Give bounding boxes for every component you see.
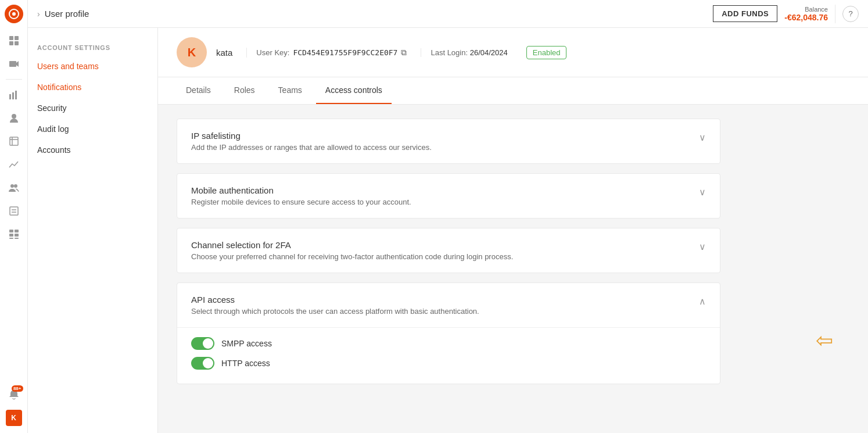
smpp-access-toggle[interactable] (191, 337, 214, 350)
nav-icon-campaigns[interactable] (3, 53, 24, 74)
add-funds-button[interactable]: ADD FUNDS (713, 5, 777, 22)
accordion-mobile-authentication: Mobile authentication Register mobile de… (177, 173, 720, 219)
tab-teams[interactable]: Teams (269, 77, 311, 104)
notification-badge: 88+ (12, 385, 23, 392)
svg-rect-3 (15, 36, 19, 40)
svg-rect-16 (10, 207, 18, 215)
tab-roles[interactable]: Roles (225, 77, 264, 104)
nav-icon-reports2[interactable] (3, 201, 24, 221)
balance-section: Balance -€62,048.76 (784, 6, 828, 22)
accordion-body-api-access: SMPP access HTTP access (177, 327, 720, 384)
http-access-label: HTTP access (221, 359, 270, 368)
http-access-row: HTTP access (191, 357, 706, 370)
icon-sidebar: 88+ K (0, 0, 28, 433)
account-settings-label: ACCOUNT SETTINGS (28, 35, 157, 56)
accordion-title-mobile-auth: Mobile authentication (191, 185, 411, 195)
accordion-header-ip-safelisting[interactable]: IP safelisting Add the IP addresses or r… (177, 119, 720, 163)
accordion-title-2fa: Channel selection for 2FA (191, 240, 513, 250)
sidebar-item-accounts[interactable]: Accounts (28, 139, 157, 160)
sidebar-item-notifications[interactable]: Notifications (28, 77, 157, 98)
nav-icon-analytics[interactable] (3, 154, 24, 175)
smpp-access-label: SMPP access (221, 339, 272, 348)
nav-icon-teams[interactable] (3, 177, 24, 198)
last-login-section: Last Login: 26/04/2024 (421, 48, 507, 57)
tabs-container: Details Roles Teams Access controls (158, 77, 868, 105)
accordion-desc-mobile-auth: Register mobile devices to ensure secure… (191, 198, 411, 206)
accordion-title-api-access: API access (191, 295, 479, 305)
breadcrumb-chevron: › (37, 9, 40, 19)
accordion-ip-safelisting: IP safelisting Add the IP addresses or r… (177, 119, 720, 164)
smpp-access-row: SMPP access (191, 337, 706, 350)
user-key-section: User Key: FCD454E91755F9F9CC2E0F7 ⧉ (246, 48, 407, 58)
nav-sidebar: ACCOUNT SETTINGS Users and teams Notific… (28, 0, 158, 433)
svg-point-10 (12, 114, 16, 119)
http-access-toggle[interactable] (191, 357, 214, 370)
svg-rect-9 (15, 91, 17, 99)
page-title: User profile (45, 9, 89, 19)
last-login-date: 26/04/2024 (470, 48, 508, 57)
nav-icon-templates[interactable] (3, 131, 24, 152)
svg-rect-20 (15, 230, 19, 232)
last-login-label: Last Login: (431, 48, 468, 57)
notifications-bell[interactable]: 88+ (3, 384, 24, 405)
main-content: K kata User Key: FCD454E91755F9F9CC2E0F7… (158, 0, 868, 433)
svg-rect-24 (15, 238, 19, 239)
content-area: IP safelisting Add the IP addresses or r… (158, 105, 739, 407)
topbar-right: ADD FUNDS Balance -€62,048.76 ? (713, 5, 859, 23)
tab-access-controls[interactable]: Access controls (316, 77, 392, 104)
svg-rect-7 (9, 94, 11, 99)
svg-rect-19 (9, 230, 13, 232)
chevron-down-icon-mobile: ∨ (699, 187, 706, 198)
sidebar-item-security[interactable]: Security (28, 98, 157, 119)
accordion-header-api-access[interactable]: API access Select through which protocol… (177, 283, 720, 327)
svg-rect-2 (9, 36, 13, 40)
svg-rect-6 (9, 61, 16, 67)
copy-icon[interactable]: ⧉ (401, 48, 407, 58)
nav-icon-grid[interactable] (3, 224, 24, 245)
nav-icon-dashboard[interactable] (3, 30, 24, 51)
sidebar-item-audit-log[interactable]: Audit log (28, 119, 157, 139)
status-badge: Enabled (526, 46, 567, 59)
sidebar-divider (6, 79, 22, 80)
user-key-value: FCD454E91755F9F9CC2E0F7 (293, 48, 397, 57)
user-key-label: User Key: (256, 48, 289, 57)
svg-rect-11 (10, 137, 18, 145)
balance-amount: -€62,048.76 (784, 13, 828, 22)
svg-rect-22 (15, 234, 19, 237)
user-avatar[interactable]: K (6, 410, 22, 426)
svg-rect-4 (9, 41, 13, 45)
svg-point-15 (14, 184, 17, 188)
accordion-header-mobile-auth[interactable]: Mobile authentication Register mobile de… (177, 174, 720, 218)
nav-icon-contacts[interactable] (3, 108, 24, 128)
svg-rect-8 (12, 92, 14, 99)
svg-point-14 (10, 184, 14, 188)
help-icon[interactable]: ? (842, 6, 859, 22)
accordion-api-access: API access Select through which protocol… (177, 282, 720, 384)
accordion-header-2fa[interactable]: Channel selection for 2FA Choose your pr… (177, 228, 720, 273)
topbar: › User profile ADD FUNDS Balance -€62,04… (28, 0, 868, 28)
user-header: K kata User Key: FCD454E91755F9F9CC2E0F7… (158, 28, 868, 77)
tab-details[interactable]: Details (177, 77, 220, 104)
sidebar-item-users-and-teams[interactable]: Users and teams (28, 56, 157, 77)
svg-rect-5 (15, 41, 19, 45)
chevron-down-icon-2fa: ∨ (699, 241, 706, 252)
accordion-desc-2fa: Choose your preferred channel for receiv… (191, 252, 513, 261)
accordion-desc-api-access: Select through which protocols the user … (191, 307, 479, 316)
app-logo[interactable] (5, 5, 23, 23)
accordion-desc-ip-safelisting: Add the IP addresses or ranges that are … (191, 143, 432, 152)
svg-point-1 (12, 12, 16, 16)
user-avatar-large: K (177, 37, 207, 67)
username: kata (216, 48, 232, 58)
svg-rect-23 (9, 238, 13, 239)
accordion-channel-2fa: Channel selection for 2FA Choose your pr… (177, 228, 720, 273)
svg-rect-21 (9, 234, 13, 237)
balance-label: Balance (784, 6, 828, 13)
arrow-hint: ⇦ (816, 328, 833, 353)
chevron-down-icon-ip: ∨ (699, 132, 706, 143)
topbar-divider (835, 5, 835, 23)
chevron-up-icon-api: ∧ (699, 296, 706, 307)
accordion-title-ip-safelisting: IP safelisting (191, 131, 432, 141)
nav-icon-reports[interactable] (3, 84, 24, 105)
